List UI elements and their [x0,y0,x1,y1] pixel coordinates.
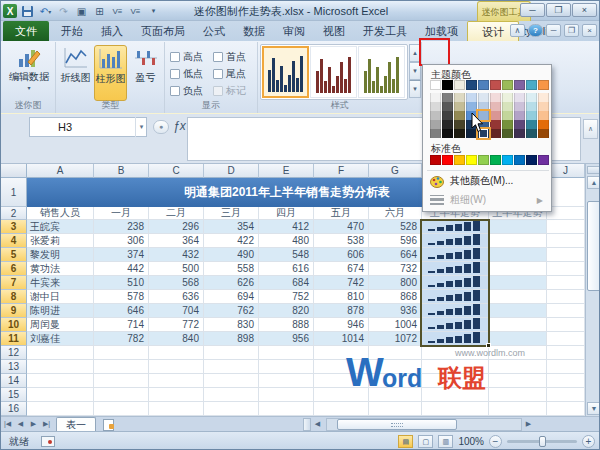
column-header-B[interactable]: B [94,164,149,178]
cell-value[interactable]: 568 [149,276,204,290]
zoom-slider-thumb[interactable] [539,436,546,447]
theme-color-swatch[interactable] [526,80,537,90]
page-break-view-icon[interactable]: ▥ [438,435,453,448]
cell[interactable] [489,318,547,332]
cell[interactable] [489,332,547,346]
show-option-尾点[interactable]: 尾点 [213,65,257,82]
cell-value[interactable]: 742 [314,276,369,290]
close-button[interactable]: × [572,3,597,17]
row-header-6[interactable]: 6 [1,262,27,276]
row-header-9[interactable]: 9 [1,304,27,318]
cell-value[interactable]: 538 [314,234,369,248]
cell[interactable] [314,402,369,416]
cell[interactable] [259,346,314,360]
cell-value[interactable]: 578 [94,290,149,304]
theme-color-swatch[interactable] [442,80,453,90]
cell-value[interactable]: 636 [149,290,204,304]
style-thumbnail[interactable] [310,46,357,98]
shade-swatch[interactable] [454,102,465,111]
last-sheet-icon[interactable]: ▶| [40,418,53,431]
checkbox-icon[interactable] [170,86,180,96]
tab-视图[interactable]: 视图 [314,21,354,41]
name-box-dropdown-icon[interactable]: ▾ [135,117,147,137]
save-icon[interactable] [20,4,35,19]
cell-value[interactable]: 500 [149,262,204,276]
tab-数据[interactable]: 数据 [234,21,274,41]
checkbox-icon[interactable] [170,69,180,79]
cell[interactable] [489,290,547,304]
cell[interactable] [547,360,585,374]
shade-swatch[interactable] [514,111,525,120]
show-option-负点[interactable]: 负点 [170,82,214,99]
insert-function-icon[interactable]: ƒx [173,119,186,133]
shade-swatch[interactable] [502,93,513,102]
cell-value[interactable]: 752 [259,290,314,304]
standard-color-swatch[interactable] [490,155,501,165]
shade-swatch[interactable] [502,102,513,111]
first-sheet-icon[interactable]: |◀ [1,418,14,431]
custom-macro-icon-1[interactable]: V≡ [110,4,125,19]
cell-value[interactable]: 626 [204,276,259,290]
insert-worksheet-icon[interactable] [100,418,118,431]
show-option-高点[interactable]: 高点 [170,48,214,65]
shade-swatch[interactable] [430,93,441,102]
line-sparkline-button[interactable]: 折线图 [59,45,92,101]
shade-swatch[interactable] [514,120,525,129]
cell-value[interactable]: 558 [204,262,259,276]
sheet-tab[interactable]: 表一 [56,417,96,431]
cell[interactable] [27,374,94,388]
cell-value[interactable]: 528 [369,220,422,234]
cell-value[interactable]: 956 [259,332,314,346]
cell[interactable] [149,388,204,402]
cell-header[interactable]: 销售人员 [27,207,94,220]
cell-value[interactable]: 616 [259,262,314,276]
cell[interactable] [149,360,204,374]
cell[interactable] [94,388,149,402]
cell-value[interactable]: 714 [94,318,149,332]
cell[interactable] [547,346,585,360]
cell-value[interactable]: 548 [259,248,314,262]
cell-value[interactable]: 840 [149,332,204,346]
row-header-13[interactable]: 13 [1,360,27,374]
standard-color-swatch[interactable] [454,155,465,165]
cell-value[interactable]: 810 [314,290,369,304]
zoom-out-icon[interactable]: − [489,435,502,448]
cell[interactable] [547,178,585,207]
cell-header[interactable]: 六月 [369,207,422,220]
standard-color-swatch[interactable] [442,155,453,165]
shade-swatch[interactable] [454,120,465,129]
excel-app-icon[interactable]: X [3,4,17,18]
collapse-dialog-icon[interactable]: ● [153,120,169,134]
tab-开始[interactable]: 开始 [52,21,92,41]
shade-swatch[interactable] [430,120,441,129]
cell[interactable] [204,346,259,360]
tab-file[interactable]: 文件 [3,21,49,41]
show-option-首点[interactable]: 首点 [213,48,257,65]
gallery-more-icon[interactable]: ▾ [409,80,421,98]
scroll-up-icon[interactable]: ▲ [587,176,600,189]
theme-color-swatch[interactable] [430,80,441,90]
cell[interactable] [547,234,585,248]
vertical-scroll-thumb[interactable] [587,201,600,291]
shade-swatch[interactable] [478,93,489,102]
cell[interactable] [547,207,585,220]
standard-color-swatch[interactable] [514,155,525,165]
shade-swatch[interactable] [490,129,501,138]
doc-close-icon[interactable]: × [582,24,597,37]
undo-icon[interactable]: ↶▾ [38,4,53,19]
cell[interactable] [259,402,314,416]
cell[interactable] [547,304,585,318]
cell-name[interactable]: 黎发明 [27,248,94,262]
cell-value[interactable]: 762 [204,304,259,318]
cell[interactable] [204,360,259,374]
cell-value[interactable]: 898 [204,332,259,346]
edit-data-button[interactable]: 编辑数据 ▾ [7,45,51,101]
winloss-sparkline-button[interactable]: 盈亏 [129,45,162,101]
shade-swatch[interactable] [538,102,549,111]
theme-color-swatch[interactable] [454,80,465,90]
column-header-J[interactable]: J [547,164,585,178]
cell-value[interactable]: 936 [369,304,422,318]
row-header-5[interactable]: 5 [1,248,27,262]
tab-审阅[interactable]: 审阅 [274,21,314,41]
standard-color-swatch[interactable] [466,155,477,165]
